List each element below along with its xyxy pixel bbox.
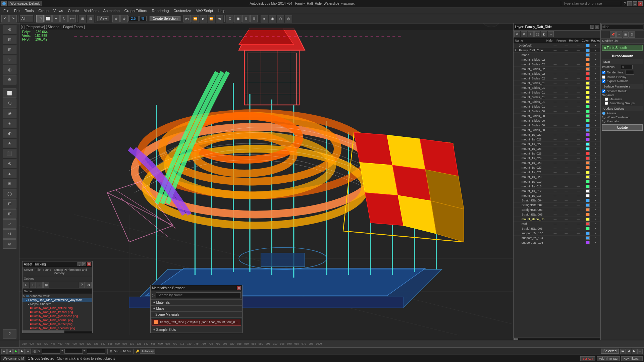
- x-coord-input[interactable]: [42, 349, 60, 354]
- layer-row-19[interactable]: mount_1s_029———•: [514, 132, 600, 137]
- layer-row-28[interactable]: mount_1s_020———•: [514, 175, 600, 179]
- mat-scene-item[interactable]: Family_Raft_Ride ( VRayMtl ) [floor, flo…: [152, 319, 241, 325]
- asset-restore-btn[interactable]: □: [82, 262, 86, 266]
- select-btn[interactable]: ⬚: [36, 15, 44, 22]
- sidebar-bottom-icon[interactable]: ?: [3, 329, 16, 339]
- layer-row-5[interactable]: mount_Slides_02———•: [514, 67, 600, 71]
- rotate-btn[interactable]: ↻: [60, 15, 68, 22]
- menu-animation[interactable]: Animation: [101, 8, 122, 13]
- snap2-btn[interactable]: ⊗: [120, 15, 128, 22]
- asset-minimize-btn[interactable]: _: [77, 262, 82, 266]
- layer-row-32[interactable]: mount_1s_016———•: [514, 193, 600, 198]
- layer-row-30[interactable]: mount_1s_018———•: [514, 184, 600, 189]
- layer-row-10[interactable]: mount_Slides_01———•: [514, 90, 600, 95]
- asset-add-btn[interactable]: +: [30, 282, 36, 288]
- sidebar-extra11-icon[interactable]: ◯: [3, 189, 16, 198]
- anim-end-btn[interactable]: ⏭: [25, 349, 31, 354]
- layer-row-21[interactable]: mount_1s_027———•: [514, 142, 600, 146]
- search-input[interactable]: [561, 1, 621, 6]
- asset-close-btn[interactable]: ✕: [87, 262, 91, 266]
- modifier-search-input[interactable]: [601, 24, 643, 30]
- mat-close-btn[interactable]: ✕: [237, 286, 241, 290]
- play-fwd-final-btn[interactable]: ▶: [632, 349, 637, 354]
- next-frame-btn[interactable]: ⏩: [208, 15, 215, 22]
- render-iters-input[interactable]: [626, 70, 634, 75]
- layer-row-0[interactable]: 0 (default)———•: [514, 43, 600, 48]
- menu-maxscript[interactable]: MAXScript: [194, 8, 215, 13]
- snap-value[interactable]: 2.5: [128, 16, 139, 21]
- layer-row-16[interactable]: mount_Slides_00———•: [514, 118, 600, 123]
- mat-maps-section[interactable]: + Maps: [151, 306, 242, 312]
- layer-row-42[interactable]: support_2s_103———•: [514, 240, 600, 245]
- select-region-btn[interactable]: ⬜: [44, 15, 52, 22]
- sidebar-extra14-icon[interactable]: ⤢: [3, 219, 16, 229]
- light-btn[interactable]: ◉: [269, 15, 276, 22]
- layer-row-17[interactable]: mount_Slides_00———•: [514, 123, 600, 128]
- layer-row-27[interactable]: mount_1s_021———•: [514, 170, 600, 175]
- asset-vault-row[interactable]: ▷ ⊞ Autodesk Vault: [22, 294, 92, 298]
- sidebar-create-icon[interactable]: ⊕: [3, 25, 16, 34]
- material-btn[interactable]: ◈: [261, 15, 268, 22]
- y-coord-input[interactable]: [64, 349, 83, 354]
- snap-btn[interactable]: ⊕: [112, 15, 120, 22]
- render2-btn[interactable]: ⊞: [242, 15, 250, 22]
- layer-row-34[interactable]: StraightStar002———•: [514, 203, 600, 207]
- asset-max-file-row[interactable]: ▸ Family_Raft_Ride_Waterslide_vray.max: [22, 298, 92, 302]
- asset-fresnel-row[interactable]: ■ Family_Raft_Ride_fresnel.png: [22, 310, 92, 314]
- redo-button[interactable]: ↷: [9, 15, 17, 22]
- sidebar-extra3-icon[interactable]: ◉: [3, 109, 16, 118]
- layer-delete-btn[interactable]: ✕: [521, 31, 527, 37]
- asset-glossiness-row[interactable]: ■ Family_Raft_Ride_glossiness.png: [22, 314, 92, 318]
- layer-row-35[interactable]: StraightStar003———•: [514, 207, 600, 212]
- layer-row-37[interactable]: mount_slade_Up———•: [514, 217, 600, 222]
- layer-row-23[interactable]: mount_1s_025———•: [514, 151, 600, 156]
- render3-btn[interactable]: ⊟: [250, 15, 258, 22]
- layer-row-3[interactable]: mount_Slides_02———•: [514, 57, 600, 62]
- sidebar-extra7-icon[interactable]: ⬛: [3, 149, 16, 158]
- close-button[interactable]: ✕: [638, 1, 643, 6]
- sidebar-extra10-icon[interactable]: ☀: [3, 179, 16, 188]
- layer-set-current-btn[interactable]: →: [548, 31, 554, 37]
- anim-prev-btn[interactable]: ◀: [7, 349, 13, 354]
- set-key-btn[interactable]: Set Key: [580, 356, 596, 361]
- material-browser-titlebar[interactable]: Material/Map Browser ✕: [151, 285, 242, 291]
- sidebar-extra2-icon[interactable]: ⬡: [3, 99, 16, 108]
- layer-row-31[interactable]: mount_1s_017———•: [514, 189, 600, 193]
- anim-key-btn[interactable]: ⏮: [1, 349, 7, 354]
- layer-add-selected-btn[interactable]: +: [528, 31, 534, 37]
- layer-highlight-btn[interactable]: ◐: [541, 31, 547, 37]
- camera-btn[interactable]: ⬡: [277, 15, 284, 22]
- sidebar-extra1-icon[interactable]: ⬜: [3, 88, 16, 98]
- play-rev-btn[interactable]: ◀: [626, 349, 631, 354]
- layer-minimize-btn[interactable]: _: [590, 25, 594, 29]
- z-coord-input[interactable]: [87, 349, 105, 354]
- maximize-button[interactable]: □: [633, 1, 637, 6]
- sidebar-extra5-icon[interactable]: ◐: [3, 129, 16, 138]
- asset-menu-paths[interactable]: Paths: [42, 268, 52, 275]
- helper-btn[interactable]: ◎: [285, 15, 292, 22]
- sidebar-extra9-icon[interactable]: ▲: [3, 169, 16, 178]
- turbosmooth-modifier-item[interactable]: ⊠ TurboSmooth: [602, 45, 643, 51]
- menu-rendering[interactable]: Rendering: [150, 8, 171, 13]
- layer-row-14[interactable]: mount_Slides_00———•: [514, 109, 600, 114]
- explicit-normals-checkbox[interactable]: [602, 79, 605, 83]
- layer-new-btn[interactable]: ⊕: [514, 31, 520, 37]
- layer-row-18[interactable]: mount_Slides_00———•: [514, 128, 600, 132]
- layer-row-20[interactable]: mount_1s_028———•: [514, 137, 600, 142]
- move-btn[interactable]: ✛: [52, 15, 60, 22]
- layer-row-6[interactable]: mount_Slides_02———•: [514, 71, 600, 76]
- mat-materials-section[interactable]: + Materials: [151, 300, 242, 306]
- mod-pin-btn[interactable]: 📌: [610, 32, 616, 38]
- sidebar-display-icon[interactable]: ◎: [3, 65, 16, 74]
- auto-key-btn[interactable]: Auto Key: [140, 349, 156, 354]
- layer-row-38[interactable]: roof———•: [514, 222, 600, 226]
- viewport[interactable]: [+] [Perspective] [ Shaded + Edged Faces…: [19, 23, 513, 340]
- mod-list-btn[interactable]: ≡: [616, 32, 622, 38]
- asset-remove-btn[interactable]: −: [37, 282, 43, 288]
- asset-maps-row[interactable]: ▸ Maps / Shaders: [22, 302, 92, 306]
- menu-file[interactable]: File: [1, 8, 11, 13]
- layer-row-40[interactable]: support_2s_105———•: [514, 231, 600, 236]
- sidebar-motion-icon[interactable]: ▷: [3, 55, 16, 64]
- asset-refract-row[interactable]: ■ Family_Raft_Ride_refract.png: [22, 322, 92, 326]
- menu-customize[interactable]: Customize: [171, 8, 193, 13]
